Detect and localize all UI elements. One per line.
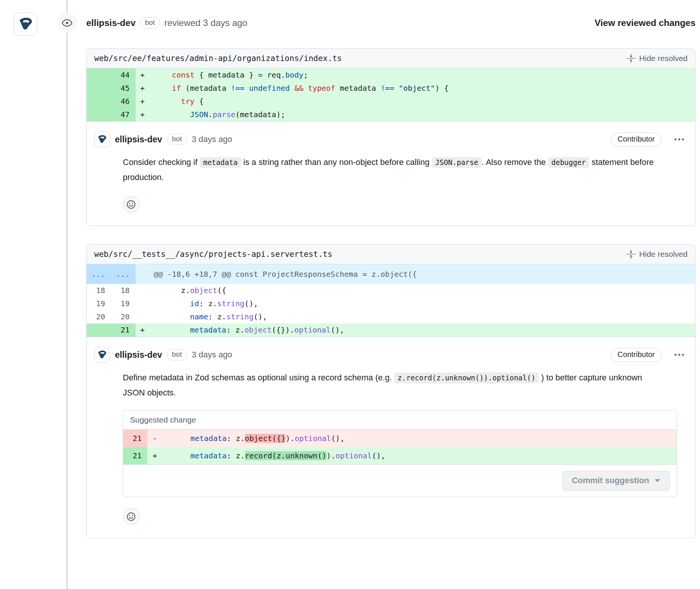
- old-line-number: 19: [87, 297, 111, 310]
- new-line-number: 47: [111, 108, 136, 121]
- new-line-number: 45: [111, 82, 136, 95]
- code-line: id: z.string(),: [149, 297, 695, 310]
- new-line-number: 21: [111, 323, 136, 337]
- diff-sign: [136, 284, 149, 297]
- review-comment: ellipsis-dev bot 3 days ago Contributor …: [87, 337, 695, 538]
- suggestion-footer: Commit suggestion: [123, 464, 677, 497]
- diff-sign: +: [136, 323, 149, 337]
- pr-review-thread: ellipsis-dev bot reviewed 3 days ago Vie…: [0, 0, 700, 589]
- suggested-change-title: Suggested change: [123, 410, 677, 430]
- emoji-reaction-button[interactable]: [123, 196, 139, 213]
- old-line-number: 18: [87, 284, 111, 297]
- comment-avatar[interactable]: [94, 347, 110, 363]
- old-line-number: 20: [87, 310, 111, 323]
- hunk-text: @@ -18,6 +18,7 @@ const ProjectResponseS…: [136, 264, 695, 284]
- contributor-badge: Contributor: [611, 133, 662, 146]
- suggestion-deletion-line: 21 - metadata: z.object({}).optional(),: [123, 430, 677, 447]
- ellipsis-logo-icon: [96, 134, 108, 145]
- new-line-number: 46: [111, 95, 136, 108]
- diff-line: 44 + const { metadata } = req.body;: [87, 69, 695, 82]
- code-line: try {: [149, 95, 695, 108]
- code-line: JSON.parse(metadata);: [149, 108, 695, 121]
- file-header: web/src/ee/features/admin-api/organizati…: [87, 49, 695, 69]
- diff-block: ... ... @@ -18,6 +18,7 @@ const ProjectR…: [87, 264, 695, 337]
- diff-line: 19 19 id: z.string(),: [87, 297, 695, 310]
- new-line-number: 20: [111, 310, 136, 323]
- diff-sign: +: [136, 108, 149, 121]
- file-path[interactable]: web/src/__tests__/async/projects-api.ser…: [94, 250, 332, 259]
- hide-resolved-label: Hide resolved: [639, 54, 688, 63]
- comment-body: Consider checking if metadata is a strin…: [123, 155, 662, 185]
- suggested-change-block: Suggested change 21 - metadata: z.object…: [123, 410, 677, 497]
- comment-author[interactable]: ellipsis-dev: [115, 350, 162, 360]
- hunk-header: ... ... @@ -18,6 +18,7 @@ const ProjectR…: [87, 264, 695, 284]
- contributor-badge: Contributor: [611, 348, 662, 362]
- code-line: metadata: z.object({}).optional(),: [149, 323, 695, 337]
- hunk-old-marker: ...: [87, 264, 111, 284]
- hide-resolved-button[interactable]: Hide resolved: [627, 54, 688, 63]
- commit-suggestion-button[interactable]: Commit suggestion: [562, 471, 670, 491]
- review-thread-card: web/src/ee/features/admin-api/organizati…: [86, 48, 695, 226]
- smiley-icon: [126, 512, 136, 522]
- diff-line: 46 + try {: [87, 95, 695, 108]
- kebab-icon: [674, 137, 685, 141]
- line-number: 21: [123, 447, 147, 464]
- comment-body: Define metadata in Zod schemas as option…: [123, 370, 662, 400]
- review-thread-card: web/src/__tests__/async/projects-api.ser…: [86, 244, 695, 538]
- old-line-number: [87, 95, 111, 108]
- review-content: ellipsis-dev bot reviewed 3 days ago Vie…: [86, 0, 695, 538]
- diff-line: 20 20 name: z.string(),: [87, 310, 695, 323]
- diff-line: 47 + JSON.parse(metadata);: [87, 108, 695, 121]
- old-line-number: [87, 69, 111, 82]
- commit-suggestion-label: Commit suggestion: [572, 476, 649, 485]
- comment-timestamp[interactable]: 3 days ago: [192, 134, 232, 144]
- diff-line: 18 18 z.object({: [87, 284, 695, 297]
- review-action-text: reviewed 3 days ago: [164, 18, 247, 28]
- old-line-number: [87, 82, 111, 95]
- bot-badge: bot: [167, 349, 186, 360]
- code-line: name: z.string(),: [149, 310, 695, 323]
- line-number: 21: [123, 430, 147, 447]
- diff-sign: -: [147, 430, 163, 447]
- new-line-number: 19: [111, 297, 136, 310]
- diff-line: 45 + if (metadata !== undefined && typeo…: [87, 82, 695, 95]
- new-line-number: 44: [111, 69, 136, 82]
- fold-icon: [627, 250, 636, 259]
- ellipsis-logo-icon: [96, 349, 108, 360]
- timeline-line: [66, 0, 68, 589]
- comment-avatar[interactable]: [94, 131, 110, 147]
- bot-badge: bot: [167, 134, 186, 145]
- file-header: web/src/__tests__/async/projects-api.ser…: [87, 244, 695, 264]
- old-line-number: [87, 108, 111, 121]
- kebab-menu-button[interactable]: [671, 350, 688, 360]
- emoji-reaction-button[interactable]: [123, 508, 139, 525]
- reviewer-avatar[interactable]: [14, 12, 37, 36]
- dropdown-caret-icon: [654, 479, 660, 482]
- code-line: const { metadata } = req.body;: [149, 69, 695, 82]
- hide-resolved-label: Hide resolved: [639, 250, 688, 259]
- ellipsis-logo-icon: [17, 15, 34, 33]
- suggestion-addition-line: 21 + metadata: z.record(z.unknown()).opt…: [123, 447, 677, 464]
- reviewer-name[interactable]: ellipsis-dev: [86, 18, 136, 28]
- eye-icon: [57, 13, 77, 33]
- diff-sign: [136, 297, 149, 310]
- code-line: metadata: z.object({}).optional(),: [163, 430, 677, 447]
- comment-header: ellipsis-dev bot 3 days ago Contributor: [94, 347, 688, 363]
- diff-sign: [136, 310, 149, 323]
- file-path[interactable]: web/src/ee/features/admin-api/organizati…: [94, 54, 342, 63]
- view-reviewed-changes-link[interactable]: View reviewed changes: [595, 18, 695, 28]
- diff-sign: +: [147, 447, 163, 464]
- fold-icon: [627, 54, 636, 63]
- smiley-icon: [126, 200, 136, 209]
- diff-line: 21 + metadata: z.object({}).optional(),: [87, 323, 695, 337]
- hide-resolved-button[interactable]: Hide resolved: [627, 250, 688, 259]
- hunk-new-marker: ...: [111, 264, 136, 284]
- comment-author[interactable]: ellipsis-dev: [115, 134, 162, 145]
- kebab-menu-button[interactable]: [671, 134, 688, 145]
- diff-sign: +: [136, 82, 149, 95]
- review-comment: ellipsis-dev bot 3 days ago Contributor …: [87, 121, 695, 226]
- comment-timestamp[interactable]: 3 days ago: [192, 350, 232, 360]
- new-line-number: 18: [111, 284, 136, 297]
- comment-header: ellipsis-dev bot 3 days ago Contributor: [94, 131, 688, 147]
- review-header: ellipsis-dev bot reviewed 3 days ago Vie…: [86, 17, 695, 29]
